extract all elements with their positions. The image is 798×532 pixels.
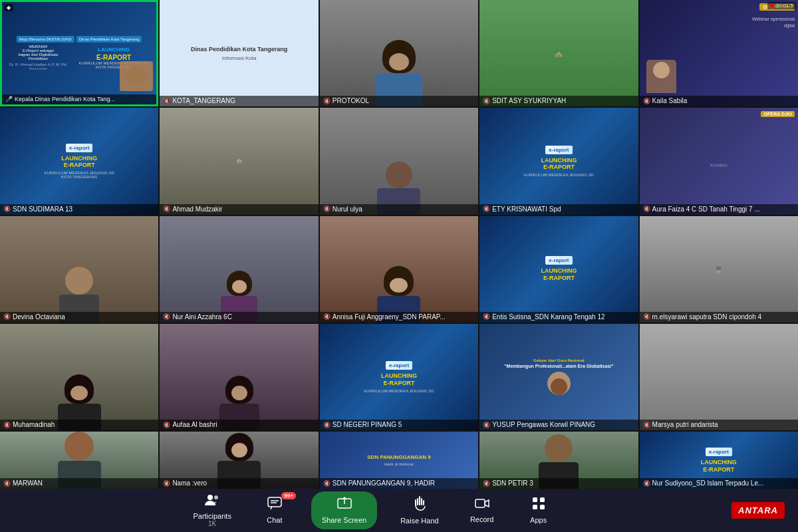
tile-label-18: 🔇 YUSUP Pengawas Korwil PINANG: [479, 420, 638, 430]
video-tile-22[interactable]: SDN PANUNGGANGAN 9 Hadir di Webinar 🔇 SD…: [320, 432, 478, 489]
tile-label-0: 🎤 Kepala Dinas Pendidikan Kota Tang...: [2, 94, 156, 104]
tile-label-10: 🔇 Devina Octaviana: [0, 312, 158, 323]
tile-label-12: 🔇 Annisa Fuji Anggraeny_SDN PARAP...: [320, 312, 478, 323]
svg-rect-6: [475, 499, 485, 507]
video-tile-7[interactable]: 🔇 Nurul ulya: [320, 108, 478, 214]
video-tile-15[interactable]: 🔇 Muhamadinah: [0, 324, 158, 430]
tile-label-20: 🔇 MARWAN: [0, 478, 158, 489]
recording-badge-4: 00:01:5: [767, 2, 796, 9]
tile-label-2: 🔇 PROTOKOL: [320, 96, 478, 106]
tile-label-15: 🔇 Muhamadinah: [0, 420, 158, 430]
apps-icon: [532, 497, 545, 513]
tile-0-active-indicator: ◆: [4, 4, 13, 11]
apps-button[interactable]: Apps: [519, 493, 559, 527]
svg-rect-9: [533, 505, 537, 509]
chat-button[interactable]: 99+ Chat: [255, 493, 295, 527]
video-tile-4[interactable]: OPERA DJKI Webinar operasionaldijital 🔇 …: [640, 0, 798, 106]
video-tile-11[interactable]: 🔇 Nur Aini Azzahra 6C: [160, 216, 318, 323]
tile-label-17: 🔇 SD NEGERI PINANG 5: [320, 420, 478, 430]
tile-label-6: 🔇 Ahmad Mudzakir: [160, 204, 318, 215]
video-tile-13[interactable]: e-raport LAUNCHINGE-RAPORT 🔇 Entis Sutis…: [479, 216, 638, 323]
video-tile-17[interactable]: e-raport LAUNCHINGE-RAPORT KURIKULUM MER…: [320, 324, 478, 430]
video-tile-24[interactable]: e-raport LAUNCHINGE-RAPORT 🔇 Nur Sudiyon…: [640, 432, 798, 489]
video-tile-9[interactable]: OPERA DJKI Konten 🔇 Aura Faiza 4 C SD Ta…: [640, 108, 798, 214]
tile-label-9: 🔇 Aura Faiza 4 C SD Tanah Tinggi 7 ...: [640, 204, 798, 215]
toolbar-center: Participants 1K 99+ Chat: [186, 491, 558, 531]
tile-label-4: 🔇 Kaila Sabila: [640, 96, 798, 106]
svg-rect-7: [533, 497, 537, 502]
video-tile-16[interactable]: 🔇 Aufaa Al bashri: [160, 324, 318, 430]
tile-label-11: 🔇 Nur Aini Azzahra 6C: [160, 312, 318, 323]
participants-button[interactable]: Participants 1K: [186, 491, 237, 531]
video-tile-6[interactable]: 🏠 🔇 Ahmad Mudzakir: [160, 108, 318, 214]
participants-icon: [205, 494, 219, 509]
tile-label-22: 🔇 SDN PANUNGGANGAN 9, HADIR: [320, 478, 478, 489]
video-tile-21[interactable]: 🔇 Nama :vero: [160, 432, 318, 489]
tile-label-16: 🔇 Aufaa Al bashri: [160, 420, 318, 430]
video-tile-20[interactable]: 🔇 MARWAN: [0, 432, 158, 489]
tile-label-21: 🔇 Nama :vero: [160, 478, 318, 489]
tile-label-7: 🔇 Nurul ulya: [320, 204, 478, 215]
chat-icon: 99+: [267, 497, 282, 513]
tile-label-8: 🔇 ETY KRISNAWATI Spd: [479, 204, 638, 215]
video-tile-12[interactable]: 🔇 Annisa Fuji Anggraeny_SDN PARAP...: [320, 216, 478, 323]
raise-hand-icon: [414, 496, 426, 514]
video-tile-18[interactable]: Gebyar Hari Guru Nasional "Membangun Pro…: [479, 324, 638, 430]
tile-label-23: 🔇 SDN PETIR 3: [479, 478, 638, 489]
tile-label-19: 🔇 Marsya putri andarista: [640, 420, 798, 430]
share-screen-button[interactable]: Share Screen: [311, 491, 377, 529]
video-tile-10[interactable]: 🔇 Devina Octaviana: [0, 216, 158, 323]
share-screen-icon: [337, 497, 352, 513]
video-grid: Maju Bersama DIGITALISASI Dinas Pendidik…: [0, 0, 798, 489]
tile-label-14: 🔇 m.elsyarawi saputra SDN cipondoh 4: [640, 312, 798, 323]
tile-label-1: 🔇 KOTA_TANGERANG: [160, 96, 318, 106]
video-tile-3[interactable]: 🏫 🔇 SDIT ASY SYUKRIYYAH: [479, 0, 638, 106]
toolbar-right: ANTARA: [732, 502, 785, 519]
record-icon: [475, 497, 489, 513]
raise-hand-button[interactable]: Raise Hand: [394, 493, 445, 528]
tile-label-5: 🔇 SDN SUDIMARA 13: [0, 204, 158, 215]
video-tile-19[interactable]: 🔇 Marsya putri andarista: [640, 324, 798, 430]
antara-logo: ANTARA: [732, 502, 785, 519]
tile-label-13: 🔇 Entis Sutisna_SDN Karang Tengah 12: [479, 312, 638, 323]
video-tile-23[interactable]: 🔇 SDN PETIR 3: [479, 432, 638, 489]
video-tile-0[interactable]: Maju Bersama DIGITALISASI Dinas Pendidik…: [0, 0, 158, 106]
video-tile-2[interactable]: 🔇 PROTOKOL: [320, 0, 478, 106]
video-tile-14[interactable]: 🖥️ 🔇 m.elsyarawi saputra SDN cipondoh 4: [640, 216, 798, 323]
video-tile-8[interactable]: e-raport LAUNCHINGE-RAPORT KURIKULUM MER…: [479, 108, 638, 214]
toolbar: Participants 1K 99+ Chat: [0, 489, 798, 532]
video-tile-5[interactable]: e-raport LAUNCHINGE-RAPORT KURIKULUM MER…: [0, 108, 158, 214]
tile-label-24: 🔇 Nur Sudiyono_SD Islam Terpadu Le...: [640, 478, 798, 489]
tile-label-3: 🔇 SDIT ASY SYUKRIYYAH: [479, 96, 638, 106]
record-button[interactable]: Record: [462, 494, 502, 527]
video-tile-1[interactable]: Dinas Pendidikan Kota Tangerang Informas…: [160, 0, 318, 106]
svg-rect-8: [540, 497, 545, 502]
svg-rect-2: [268, 497, 281, 507]
svg-rect-10: [540, 505, 545, 509]
svg-point-0: [207, 495, 213, 500]
svg-point-1: [214, 495, 218, 499]
